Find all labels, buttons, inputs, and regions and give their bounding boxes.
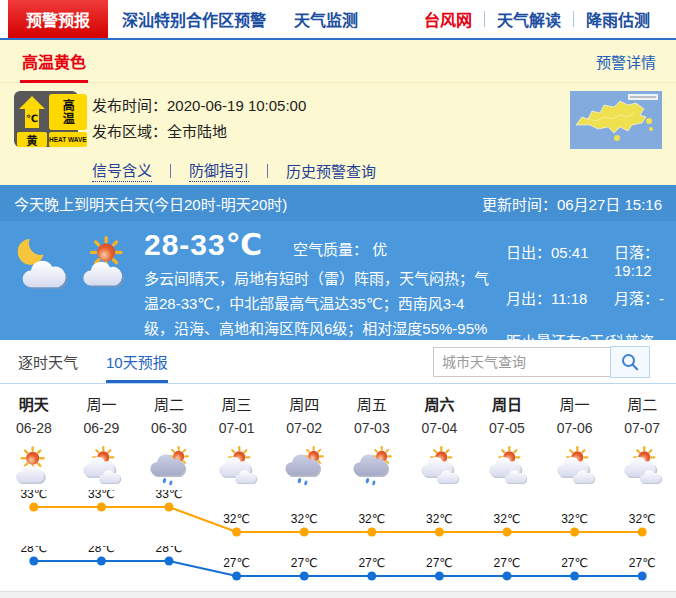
nav-tab-weather-monitor[interactable]: 天气监测 <box>280 0 372 38</box>
temperature-point <box>232 572 241 581</box>
temperature-label: 28℃ <box>20 546 47 555</box>
forecast-date-label: 07-04 <box>406 414 474 442</box>
moonrise: 月出：11:18 <box>506 287 614 308</box>
defense-guide-link[interactable]: 防御指引 <box>189 159 249 182</box>
temperature-label: 32℃ <box>223 512 250 526</box>
temperature-point <box>435 572 444 581</box>
temperature-point <box>97 557 106 566</box>
warning-map-thumbnail[interactable] <box>570 91 662 149</box>
forecast-date-label: 07-01 <box>203 414 271 442</box>
temperature-label: 32℃ <box>629 512 656 526</box>
forecast-day-label[interactable]: 周一 <box>68 384 136 414</box>
temperature-label: 32℃ <box>561 512 588 526</box>
temperature-arrow-icon: ℃ <box>17 94 47 130</box>
forecast-date-label: 06-29 <box>68 414 136 442</box>
celsius-symbol: ℃ <box>26 113 38 124</box>
forecast-weather-icon-cloud-sun <box>541 442 609 490</box>
forecast-date-label: 06-28 <box>0 414 68 442</box>
temperature-point <box>29 503 38 512</box>
link-separator <box>267 164 268 178</box>
update-time: 更新时间：06月27日 15:16 <box>482 193 662 214</box>
temperature-label: 33℃ <box>20 490 47 501</box>
forecast-day-label[interactable]: 周日 <box>473 384 541 414</box>
air-quality: 空气质量： 优 <box>293 238 387 259</box>
forecast-icon-row <box>0 442 676 490</box>
warning-info: 发布时间：2020-06-19 10:05:00 发布区域：全市陆地 <box>92 91 306 149</box>
temperature-label: 27℃ <box>494 556 521 570</box>
moonset: 月落：- <box>614 287 664 308</box>
temperature-label: 27℃ <box>629 556 656 570</box>
forecast-date-label: 07-06 <box>541 414 609 442</box>
temperature-label: 27℃ <box>223 556 250 570</box>
temperature-point <box>232 528 241 537</box>
temperature-point <box>638 528 647 537</box>
forecast-day-label[interactable]: 周四 <box>270 384 338 414</box>
nav-tab-shenshan-warning[interactable]: 深汕特别合作区预警 <box>108 0 280 38</box>
temperature-point <box>638 572 647 581</box>
temperature-label: 32℃ <box>358 512 385 526</box>
night-cloudy-moon-icon <box>12 235 72 291</box>
temperature-point <box>570 528 579 537</box>
forecast-day-label[interactable]: 周六 <box>406 384 474 414</box>
forecast-day-label[interactable]: 周二 <box>135 384 203 414</box>
heat-wave-label-cn: 高温 <box>49 94 87 130</box>
sunrise: 日出：05:41 <box>506 241 614 279</box>
nav-link-weather-interpretation[interactable]: 天气解读 <box>485 7 573 31</box>
sunset: 日落：19:12 <box>614 241 664 279</box>
top-nav: 预警预报 深汕特别合作区预警 天气监测 台风网 天气解读 降雨估测 <box>0 0 676 40</box>
forecast-date-label: 07-03 <box>338 414 406 442</box>
temperature-point <box>367 572 376 581</box>
nav-link-rain-estimate[interactable]: 降雨估测 <box>574 7 662 31</box>
signal-meaning-link[interactable]: 信号含义 <box>92 159 152 182</box>
footer-strip <box>0 591 676 598</box>
heat-wave-warning-icon: ℃ 高温 黄 HEAT WAVE <box>14 91 78 147</box>
forecast-day-label[interactable]: 明天 <box>0 384 68 414</box>
forecast-weather-icon-rain-sun <box>270 442 338 490</box>
warning-subbar: 高温黄色 预警详情 <box>0 40 676 83</box>
forecast-date-label: 07-07 <box>608 414 676 442</box>
temperature-label: 32℃ <box>494 512 521 526</box>
forecast-weather-icon-cloud-sun <box>203 442 271 490</box>
city-search-input[interactable] <box>433 347 611 377</box>
temperature-point <box>435 528 444 537</box>
search-icon <box>620 352 640 372</box>
temperature-point <box>367 528 376 537</box>
publish-time-value: 2020-06-19 10:05:00 <box>167 97 306 114</box>
temperature-point <box>503 572 512 581</box>
tab-ten-day-forecast[interactable]: 10天预报 <box>106 340 168 383</box>
temperature-label: 28℃ <box>88 546 115 555</box>
forecast-date-row: 06-2806-2906-3007-0107-0207-0307-0407-05… <box>0 414 676 442</box>
city-search-box <box>433 346 658 378</box>
forecast-period: 今天晚上到明天白天(今日20时-明天20时) <box>14 193 287 214</box>
day-cloudy-sun-icon <box>78 235 138 291</box>
warning-type-tab[interactable]: 高温黄色 <box>20 39 88 83</box>
forecast-day-label[interactable]: 周二 <box>608 384 676 414</box>
temperature-label: 27℃ <box>291 556 318 570</box>
warning-body: ℃ 高温 黄 HEAT WAVE 发布时间：2020-06-19 10:05:0… <box>0 83 676 149</box>
nav-link-typhoon-net[interactable]: 台风网 <box>412 7 484 31</box>
temperature-point <box>29 557 38 566</box>
search-button[interactable] <box>610 346 650 378</box>
forecast-day-label[interactable]: 周一 <box>541 384 609 414</box>
low-temperature-line-chart: 28℃28℃28℃27℃27℃27℃27℃27℃27℃27℃ <box>0 546 676 591</box>
temperature-point <box>97 503 106 512</box>
temperature-range: 28-33℃ <box>144 227 263 262</box>
tab-hourly-weather[interactable]: 逐时天气 <box>18 340 78 383</box>
nav-right-links: 台风网 天气解读 降雨估测 <box>412 0 676 38</box>
forecast-day-label[interactable]: 周三 <box>203 384 271 414</box>
temperature-label: 33℃ <box>88 490 115 501</box>
forecast-day-label[interactable]: 周五 <box>338 384 406 414</box>
temperature-label: 33℃ <box>156 490 183 501</box>
temperature-point <box>300 572 309 581</box>
forecast-weather-icon-rain-sun <box>338 442 406 490</box>
weather-description: 多云间晴天，局地有短时（雷）阵雨，天气闷热；气温28-33℃，中北部最高气温达3… <box>144 266 492 341</box>
forecast-weather-icon-cloud-sun <box>68 442 136 490</box>
publish-area-label: 发布区域： <box>92 123 167 140</box>
warning-detail-link[interactable]: 预警详情 <box>596 51 656 72</box>
current-weather-panel: 今天晚上到明天白天(今日20时-明天20时) 更新时间：06月27日 15:16… <box>0 185 676 340</box>
publish-time-label: 发布时间： <box>92 97 167 114</box>
history-warning-query-link[interactable]: 历史预警查询 <box>286 160 376 181</box>
temperature-point <box>165 503 174 512</box>
temperature-point <box>503 528 512 537</box>
nav-tab-warning-forecast[interactable]: 预警预报 <box>8 0 108 38</box>
